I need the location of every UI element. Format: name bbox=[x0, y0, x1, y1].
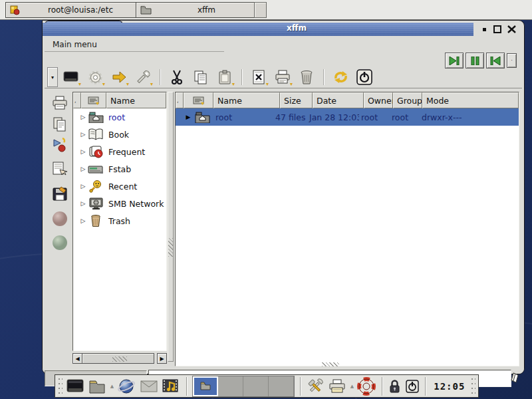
tree-row[interactable]: ▷ Trash bbox=[73, 212, 166, 229]
multimedia-icon[interactable] bbox=[162, 376, 181, 396]
file-name: root bbox=[211, 112, 274, 122]
tree-row-label: Book bbox=[108, 130, 129, 140]
run-document-icon[interactable]: ▾ bbox=[248, 68, 269, 87]
tree-row-label: Frequent bbox=[108, 147, 145, 157]
select-icon[interactable] bbox=[51, 161, 68, 178]
scrollbar-thumb[interactable] bbox=[82, 353, 154, 364]
expander-icon[interactable]: ▶ bbox=[184, 114, 193, 120]
tree-corner-header[interactable]: , bbox=[73, 92, 81, 108]
red-sphere-icon[interactable] bbox=[51, 210, 68, 227]
taskbar-end-button[interactable] bbox=[254, 2, 267, 18]
file-manager-icon[interactable] bbox=[88, 376, 107, 396]
pager-desktop-4[interactable] bbox=[269, 376, 294, 396]
panel-separator bbox=[186, 377, 187, 396]
copy-icon[interactable] bbox=[190, 68, 211, 87]
copy-icon[interactable] bbox=[51, 116, 68, 133]
up-arrow-icon[interactable]: ▲ bbox=[350, 384, 354, 389]
print-icon[interactable] bbox=[51, 94, 68, 112]
expander-icon[interactable]: ▷ bbox=[78, 131, 88, 138]
window-body: Main menu · ▾ ▾ ▾ ▾ ▾ ▾ ▾ bbox=[43, 36, 524, 374]
settings-gear-icon[interactable]: ▾ bbox=[84, 68, 106, 87]
file-size: 47 files bbox=[274, 112, 307, 122]
column-header-mode[interactable]: Mode bbox=[422, 92, 519, 108]
bottom-splitter-grip[interactable] bbox=[322, 362, 339, 366]
expander-icon[interactable]: ▷ bbox=[78, 166, 88, 172]
column-header-date[interactable]: Date bbox=[313, 92, 364, 108]
bottom-panel: ▲ ▲ 12:05 bbox=[55, 374, 479, 398]
main-menu-item[interactable]: Main menu bbox=[53, 40, 97, 49]
list-corner-header[interactable]: , bbox=[176, 92, 184, 108]
close-icon[interactable] bbox=[507, 25, 516, 33]
paste-icon[interactable]: ▾ bbox=[214, 68, 235, 87]
splitter-grip[interactable] bbox=[168, 238, 173, 257]
dropdown-arrow-icon: ▾ bbox=[232, 82, 235, 87]
trash-icon[interactable] bbox=[296, 68, 317, 87]
power-icon[interactable] bbox=[404, 376, 420, 396]
tree-row[interactable]: ▷ SMB Network bbox=[73, 195, 166, 212]
screen: root@louisa:/etc xffm xffm Main menu bbox=[0, 0, 532, 399]
list-icon-column-header[interactable] bbox=[184, 92, 213, 108]
tree-row[interactable]: ▷ Book bbox=[73, 126, 166, 143]
refresh-icon[interactable] bbox=[330, 68, 351, 87]
print-icon[interactable] bbox=[328, 376, 347, 396]
cut-icon[interactable] bbox=[166, 68, 188, 87]
print-icon[interactable]: ▾ bbox=[272, 68, 293, 87]
help-lifebuoy-icon[interactable] bbox=[357, 376, 376, 396]
panel-splitter[interactable] bbox=[168, 92, 174, 362]
column-header-size[interactable]: Size bbox=[280, 92, 313, 108]
power-icon[interactable] bbox=[354, 68, 375, 87]
tree-name-column-header[interactable]: Name bbox=[106, 92, 166, 108]
eraser-icon[interactable] bbox=[510, 372, 521, 384]
column-header-name[interactable]: Name bbox=[213, 92, 280, 108]
scroll-left-button[interactable]: ◀ bbox=[72, 353, 82, 364]
tree-icon-column-header[interactable] bbox=[81, 92, 106, 108]
tree-row-label: root bbox=[108, 112, 125, 122]
maximize-button[interactable] bbox=[493, 25, 501, 33]
tree-row-label: Recent bbox=[108, 182, 137, 192]
go-arrow-icon[interactable]: ▾ bbox=[108, 68, 130, 87]
expander-icon[interactable]: ▷ bbox=[78, 217, 88, 224]
task-button-terminal[interactable]: root@louisa:/etc bbox=[5, 2, 141, 18]
green-sphere-icon[interactable] bbox=[51, 234, 68, 251]
list-header: , Name Size Date Owner Group Mode bbox=[176, 92, 519, 108]
tools-icon[interactable] bbox=[306, 376, 325, 396]
toolbar-dropdown-button[interactable]: ▾ bbox=[47, 67, 58, 87]
more-button[interactable]: · bbox=[507, 53, 517, 68]
tree-row[interactable]: ▷ root bbox=[73, 108, 166, 126]
scroll-right-button[interactable]: ▶ bbox=[157, 353, 167, 364]
up-arrow-icon[interactable]: ▲ bbox=[110, 384, 114, 389]
lock-icon[interactable] bbox=[388, 376, 402, 396]
wrench-icon[interactable]: ▾ bbox=[132, 68, 154, 87]
dropdown-arrow-icon: ▾ bbox=[150, 82, 153, 87]
mail-icon[interactable] bbox=[140, 376, 159, 396]
panel-handle[interactable] bbox=[471, 377, 475, 396]
fstab-drive-icon bbox=[88, 164, 104, 175]
terminal-icon[interactable] bbox=[66, 376, 85, 396]
tree-row[interactable]: ▷ Frequent bbox=[73, 143, 166, 160]
differ-icon[interactable] bbox=[51, 137, 68, 154]
tree-row[interactable]: ▷ Fstab bbox=[73, 160, 166, 178]
expander-icon[interactable]: ▷ bbox=[78, 114, 88, 120]
minimize-button[interactable] bbox=[482, 27, 487, 32]
expander-icon[interactable]: ▷ bbox=[78, 148, 88, 155]
file-mode: drwxr-x--- bbox=[418, 112, 519, 122]
browser-globe-icon[interactable] bbox=[117, 376, 136, 396]
dropdown-arrow-icon: ▾ bbox=[78, 82, 81, 87]
file-row-selected[interactable]: ▶ root 47 files Jan 28 12:03 root root d… bbox=[176, 108, 519, 126]
save-icon[interactable] bbox=[51, 185, 68, 202]
column-header-group[interactable]: Group bbox=[393, 92, 422, 108]
pager-desktop-3[interactable] bbox=[243, 376, 269, 396]
toolbar: ▾ ▾ ▾ ▾ ▾ ▾ ▾ ▾ bbox=[45, 66, 522, 88]
expander-icon[interactable]: ▷ bbox=[78, 200, 88, 207]
toolbar-separator bbox=[241, 69, 242, 85]
pager-desktop-2[interactable] bbox=[218, 376, 243, 396]
panel-handle[interactable] bbox=[58, 377, 63, 396]
column-header-owner[interactable]: Owner bbox=[364, 92, 393, 108]
terminal-icon[interactable]: ▾ bbox=[61, 68, 82, 87]
tree-row[interactable]: ▷ Recent bbox=[73, 178, 166, 195]
pager-desktop-1[interactable] bbox=[193, 376, 218, 396]
home-folder-icon bbox=[88, 111, 104, 123]
task-button-xffm[interactable]: xffm bbox=[136, 2, 262, 18]
expander-icon[interactable]: ▷ bbox=[78, 183, 88, 190]
tree-header: , Name bbox=[73, 92, 166, 108]
